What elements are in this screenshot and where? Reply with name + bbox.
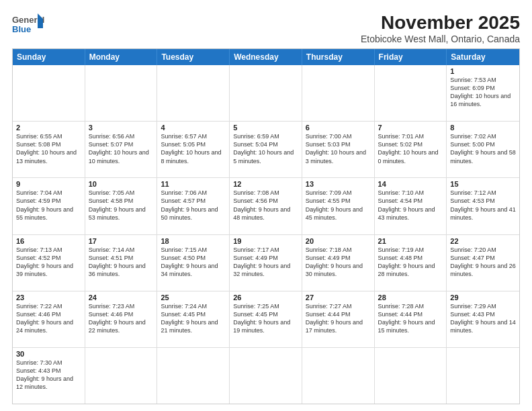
logo: General Blue [12,12,44,40]
day-header-sunday: Sunday [13,49,85,65]
day-number: 5 [233,124,298,132]
day-number: 23 [16,293,81,302]
calendar-day-26: 26Sunrise: 7:25 AM Sunset: 4:45 PM Dayli… [230,291,302,347]
day-info: Sunrise: 7:18 AM Sunset: 4:49 PM Dayligh… [306,246,371,279]
day-number: 26 [233,293,298,302]
calendar-day-8: 8Sunrise: 7:02 AM Sunset: 5:00 PM Daylig… [447,122,519,177]
day-info: Sunrise: 7:09 AM Sunset: 4:55 PM Dayligh… [306,189,371,222]
calendar-day-empty [375,65,447,121]
day-info: Sunrise: 6:55 AM Sunset: 5:08 PM Dayligh… [16,132,81,165]
calendar-header-row: SundayMondayTuesdayWednesdayThursdayFrid… [13,49,519,65]
calendar-day-20: 20Sunrise: 7:18 AM Sunset: 4:49 PM Dayli… [302,235,375,291]
day-info: Sunrise: 7:53 AM Sunset: 6:09 PM Dayligh… [450,76,516,109]
day-header-friday: Friday [375,49,447,65]
calendar-body: 1Sunrise: 7:53 AM Sunset: 6:09 PM Daylig… [13,65,519,404]
calendar-day-13: 13Sunrise: 7:09 AM Sunset: 4:55 PM Dayli… [302,178,375,234]
day-info: Sunrise: 6:56 AM Sunset: 5:07 PM Dayligh… [89,132,154,165]
day-number: 12 [233,180,298,188]
page-header: General Blue November 2025 Etobicoke Wes… [12,12,520,44]
day-number: 8 [450,124,516,132]
calendar-day-6: 6Sunrise: 7:00 AM Sunset: 5:03 PM Daylig… [302,122,375,177]
calendar-week-3: 9Sunrise: 7:04 AM Sunset: 4:59 PM Daylig… [13,178,519,234]
day-info: Sunrise: 7:06 AM Sunset: 4:57 PM Dayligh… [161,189,226,222]
calendar-day-empty [13,65,85,121]
logo-svg: General Blue [12,12,44,40]
page-title: November 2025 [361,12,520,34]
day-info: Sunrise: 7:23 AM Sunset: 4:46 PM Dayligh… [89,302,154,335]
calendar-week-6: 30Sunrise: 7:30 AM Sunset: 4:43 PM Dayli… [13,348,519,404]
day-info: Sunrise: 7:12 AM Sunset: 4:53 PM Dayligh… [450,189,516,222]
calendar-day-empty [302,65,375,121]
calendar-day-30: 30Sunrise: 7:30 AM Sunset: 4:43 PM Dayli… [13,348,85,404]
calendar: SundayMondayTuesdayWednesdayThursdayFrid… [12,48,520,404]
day-number: 25 [161,293,226,302]
calendar-day-empty [85,65,158,121]
day-number: 9 [16,180,81,188]
day-number: 2 [16,124,81,132]
calendar-day-empty [230,348,302,404]
svg-rect-3 [38,19,43,28]
day-number: 3 [89,124,154,132]
day-number: 16 [16,237,81,245]
calendar-day-27: 27Sunrise: 7:27 AM Sunset: 4:44 PM Dayli… [302,291,375,347]
day-info: Sunrise: 7:04 AM Sunset: 4:59 PM Dayligh… [16,189,81,222]
day-info: Sunrise: 7:13 AM Sunset: 4:52 PM Dayligh… [16,246,81,279]
day-info: Sunrise: 7:20 AM Sunset: 4:47 PM Dayligh… [450,246,516,279]
svg-text:Blue: Blue [12,24,31,34]
day-info: Sunrise: 7:05 AM Sunset: 4:58 PM Dayligh… [89,189,154,222]
title-block: November 2025 Etobicoke West Mall, Ontar… [361,12,520,44]
day-number: 17 [89,237,154,245]
calendar-day-29: 29Sunrise: 7:29 AM Sunset: 4:43 PM Dayli… [447,291,519,347]
calendar-day-empty [157,348,230,404]
day-info: Sunrise: 7:28 AM Sunset: 4:44 PM Dayligh… [378,302,443,335]
day-info: Sunrise: 6:59 AM Sunset: 5:04 PM Dayligh… [233,132,298,165]
calendar-day-23: 23Sunrise: 7:22 AM Sunset: 4:46 PM Dayli… [13,291,85,347]
calendar-day-empty [375,348,447,404]
calendar-day-22: 22Sunrise: 7:20 AM Sunset: 4:47 PM Dayli… [447,235,519,291]
day-header-tuesday: Tuesday [157,49,230,65]
day-info: Sunrise: 7:22 AM Sunset: 4:46 PM Dayligh… [16,302,81,335]
calendar-day-21: 21Sunrise: 7:19 AM Sunset: 4:48 PM Dayli… [375,235,447,291]
day-number: 19 [233,237,298,245]
calendar-day-25: 25Sunrise: 7:24 AM Sunset: 4:45 PM Dayli… [157,291,230,347]
calendar-week-1: 1Sunrise: 7:53 AM Sunset: 6:09 PM Daylig… [13,65,519,122]
day-number: 10 [89,180,154,188]
day-info: Sunrise: 7:25 AM Sunset: 4:45 PM Dayligh… [233,302,298,335]
day-header-thursday: Thursday [302,49,375,65]
day-header-monday: Monday [85,49,158,65]
calendar-day-1: 1Sunrise: 7:53 AM Sunset: 6:09 PM Daylig… [447,65,519,121]
day-number: 1 [450,67,516,75]
day-header-wednesday: Wednesday [230,49,302,65]
day-info: Sunrise: 6:57 AM Sunset: 5:05 PM Dayligh… [161,132,226,165]
day-info: Sunrise: 7:19 AM Sunset: 4:48 PM Dayligh… [378,246,443,279]
day-number: 14 [378,180,443,188]
calendar-day-18: 18Sunrise: 7:15 AM Sunset: 4:50 PM Dayli… [157,235,230,291]
calendar-day-2: 2Sunrise: 6:55 AM Sunset: 5:08 PM Daylig… [13,122,85,177]
calendar-day-10: 10Sunrise: 7:05 AM Sunset: 4:58 PM Dayli… [85,178,158,234]
calendar-week-4: 16Sunrise: 7:13 AM Sunset: 4:52 PM Dayli… [13,235,519,291]
calendar-day-9: 9Sunrise: 7:04 AM Sunset: 4:59 PM Daylig… [13,178,85,234]
day-info: Sunrise: 7:08 AM Sunset: 4:56 PM Dayligh… [233,189,298,222]
calendar-week-5: 23Sunrise: 7:22 AM Sunset: 4:46 PM Dayli… [13,291,519,348]
day-info: Sunrise: 7:30 AM Sunset: 4:43 PM Dayligh… [16,359,81,392]
day-number: 4 [161,124,226,132]
day-info: Sunrise: 7:15 AM Sunset: 4:50 PM Dayligh… [161,246,226,279]
calendar-day-19: 19Sunrise: 7:17 AM Sunset: 4:49 PM Dayli… [230,235,302,291]
day-number: 13 [306,180,371,188]
calendar-day-15: 15Sunrise: 7:12 AM Sunset: 4:53 PM Dayli… [447,178,519,234]
day-number: 29 [450,293,516,302]
day-number: 30 [16,350,81,358]
day-number: 18 [161,237,226,245]
day-number: 21 [378,237,443,245]
calendar-day-28: 28Sunrise: 7:28 AM Sunset: 4:44 PM Dayli… [375,291,447,347]
calendar-day-12: 12Sunrise: 7:08 AM Sunset: 4:56 PM Dayli… [230,178,302,234]
calendar-day-empty [447,348,519,404]
day-number: 24 [89,293,154,302]
day-info: Sunrise: 7:17 AM Sunset: 4:49 PM Dayligh… [233,246,298,279]
calendar-day-7: 7Sunrise: 7:01 AM Sunset: 5:02 PM Daylig… [375,122,447,177]
calendar-day-16: 16Sunrise: 7:13 AM Sunset: 4:52 PM Dayli… [13,235,85,291]
day-number: 20 [306,237,371,245]
calendar-week-2: 2Sunrise: 6:55 AM Sunset: 5:08 PM Daylig… [13,122,519,178]
day-number: 7 [378,124,443,132]
calendar-day-4: 4Sunrise: 6:57 AM Sunset: 5:05 PM Daylig… [157,122,230,177]
